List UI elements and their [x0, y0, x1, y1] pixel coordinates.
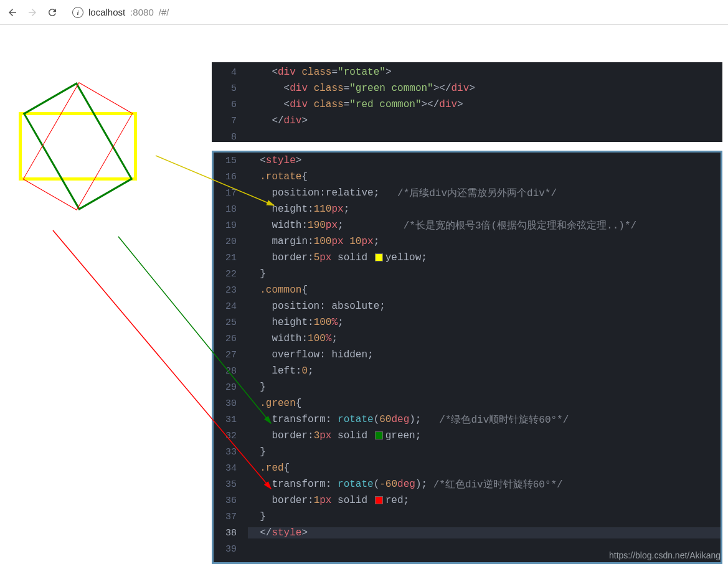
url-port: :8080	[130, 7, 154, 17]
code-row[interactable]: 35 transform: rotate(-60deg); /*红色div逆时针…	[214, 476, 721, 492]
line-number: 36	[214, 496, 248, 506]
code-content[interactable]: transform: rotate(-60deg); /*红色div逆时针旋转6…	[248, 478, 563, 491]
line-number: 18	[214, 204, 248, 215]
line-number: 26	[214, 334, 248, 344]
code-row[interactable]: 6 <div class="red common"></div>	[214, 96, 721, 113]
code-content[interactable]: left:0;	[248, 365, 314, 377]
code-content[interactable]: }	[248, 511, 266, 522]
code-content[interactable]: width:100%;	[248, 333, 338, 344]
code-content[interactable]: .common{	[248, 284, 308, 296]
line-number: 4	[214, 67, 248, 78]
code-row[interactable]: 33 }	[214, 444, 721, 460]
line-number: 27	[214, 350, 248, 360]
css-code-panel: 15 <style>16 .rotate{17 position:relativ…	[212, 151, 722, 564]
line-number: 8	[214, 132, 248, 143]
line-number: 37	[214, 512, 248, 522]
code-row[interactable]: 31 transform: rotate(60deg); /*绿色div顺时针旋…	[214, 411, 721, 428]
line-number: 39	[214, 544, 248, 555]
code-row[interactable]: 5 <div class="green common"></div>	[214, 80, 721, 96]
line-number: 33	[214, 447, 248, 458]
line-number: 20	[214, 237, 248, 247]
code-content[interactable]: height:110px;	[248, 204, 349, 215]
line-number: 23	[214, 285, 248, 296]
line-number: 25	[214, 317, 248, 328]
line-number: 15	[214, 156, 248, 166]
line-number: 7	[214, 116, 248, 126]
watermark: https://blog.csdn.net/Akikang	[609, 550, 721, 560]
color-swatch-icon	[375, 253, 383, 261]
line-number: 29	[214, 382, 248, 393]
reload-icon	[47, 7, 58, 18]
code-content[interactable]: }	[248, 446, 266, 458]
code-content[interactable]: border:3px solid green;	[248, 430, 421, 441]
line-number: 30	[214, 398, 248, 409]
code-content[interactable]: transform: rotate(60deg); /*绿色div顺时针旋转60…	[248, 413, 569, 426]
code-row[interactable]: 22 }	[214, 266, 721, 282]
code-row[interactable]: 23 .common{	[214, 282, 721, 298]
rendered-demo	[12, 50, 199, 299]
code-content[interactable]: position:relative; /*后续div内还需放另外两个div*/	[248, 187, 557, 200]
rotate-container	[19, 112, 137, 181]
code-row[interactable]: 28 left:0;	[214, 363, 721, 379]
code-row[interactable]: 20 margin:100px 10px;	[214, 233, 721, 250]
line-number: 16	[214, 172, 248, 182]
code-row[interactable]: 7 </div>	[214, 113, 721, 129]
code-row[interactable]: 37 }	[214, 509, 721, 525]
code-content[interactable]: </div>	[248, 115, 308, 126]
color-swatch-icon	[375, 496, 383, 504]
code-content[interactable]: position: absolute;	[248, 301, 385, 312]
code-content[interactable]: .red{	[248, 463, 290, 474]
code-content[interactable]: .green{	[248, 398, 301, 409]
code-row[interactable]: 34 .red{	[214, 460, 721, 476]
line-number: 32	[214, 431, 248, 441]
color-swatch-icon	[375, 431, 383, 439]
code-content[interactable]: margin:100px 10px;	[248, 236, 379, 247]
code-content[interactable]: border:1px solid red;	[248, 495, 409, 506]
code-content[interactable]: </style>	[248, 527, 721, 538]
back-button[interactable]	[6, 6, 19, 19]
code-row[interactable]: 27 overflow: hidden;	[214, 347, 721, 363]
code-content[interactable]: }	[248, 268, 266, 280]
code-content[interactable]: border:5px solid yellow;	[248, 252, 427, 263]
code-content[interactable]: .rotate{	[248, 171, 308, 182]
code-row[interactable]: 19 width:190px; /*长是宽的根号3倍(根据勾股定理和余弦定理..…	[214, 217, 721, 233]
arrow-right-icon	[27, 7, 38, 18]
code-content[interactable]: <style>	[248, 155, 301, 166]
code-content[interactable]: <div class="rotate">	[248, 67, 391, 78]
code-row[interactable]: 36 border:1px solid red;	[214, 492, 721, 509]
code-row[interactable]: 17 position:relative; /*后续div内还需放另外两个div…	[214, 185, 721, 201]
code-content[interactable]: }	[248, 382, 266, 393]
code-content[interactable]: <div class="green common"></div>	[248, 83, 475, 94]
code-row[interactable]: 21 border:5px solid yellow;	[214, 250, 721, 266]
code-row[interactable]: 24 position: absolute;	[214, 298, 721, 314]
code-content[interactable]: width:190px; /*长是宽的根号3倍(根据勾股定理和余弦定理..)*/	[248, 219, 636, 232]
code-row[interactable]: 26 width:100%;	[214, 331, 721, 347]
code-row[interactable]: 38 </style>	[214, 525, 721, 541]
code-content[interactable]: <div class="red common"></div>	[248, 99, 463, 110]
address-bar[interactable]: i localhost:8080/#/	[72, 7, 169, 18]
code-row[interactable]: 4 <div class="rotate">	[214, 64, 721, 80]
line-number: 34	[214, 463, 248, 474]
red-square	[23, 82, 133, 210]
code-row[interactable]: 8	[214, 129, 721, 145]
code-content[interactable]: height:100%;	[248, 317, 344, 328]
line-number: 31	[214, 415, 248, 425]
reload-button[interactable]	[46, 6, 59, 19]
code-row[interactable]: 16 .rotate{	[214, 169, 721, 185]
code-row[interactable]: 18 height:110px;	[214, 201, 721, 217]
line-number: 22	[214, 269, 248, 280]
line-number: 21	[214, 253, 248, 263]
code-row[interactable]: 29 }	[214, 379, 721, 395]
code-content[interactable]: overflow: hidden;	[248, 349, 374, 360]
forward-button[interactable]	[26, 6, 39, 19]
url-path: /#/	[159, 7, 169, 17]
code-row[interactable]: 15 <style>	[214, 153, 721, 169]
code-row[interactable]: 30 .green{	[214, 395, 721, 411]
browser-toolbar: i localhost:8080/#/	[0, 0, 728, 25]
code-row[interactable]: 25 height:100%;	[214, 314, 721, 331]
line-number: 38	[214, 528, 248, 538]
line-number: 17	[214, 188, 248, 199]
line-number: 19	[214, 220, 248, 231]
code-row[interactable]: 32 border:3px solid green;	[214, 428, 721, 444]
line-number: 5	[214, 83, 248, 94]
